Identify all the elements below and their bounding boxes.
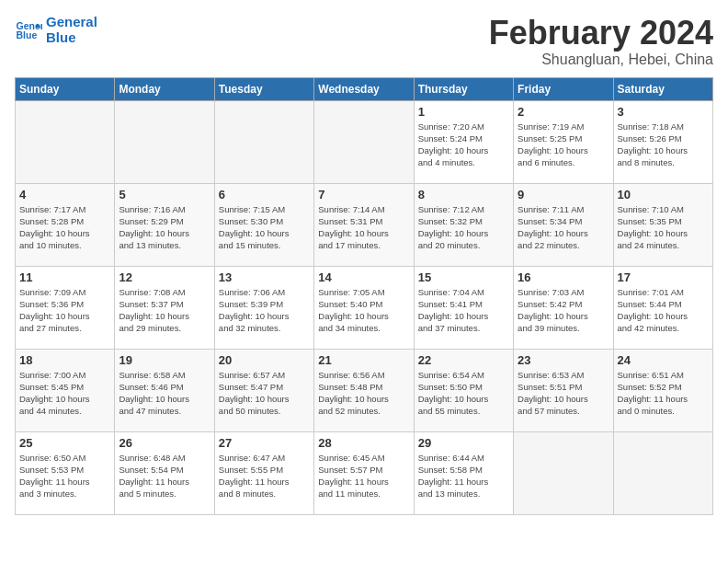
calendar-cell: 14Sunrise: 7:05 AM Sunset: 5:40 PM Dayli… (314, 266, 414, 349)
day-header-thursday: Thursday (414, 77, 513, 100)
calendar-cell: 13Sunrise: 7:06 AM Sunset: 5:39 PM Dayli… (214, 266, 313, 349)
day-info: Sunrise: 7:01 AM Sunset: 5:44 PM Dayligh… (618, 286, 709, 335)
day-info: Sunrise: 6:58 AM Sunset: 5:46 PM Dayligh… (119, 369, 210, 418)
day-number: 8 (418, 188, 509, 201)
day-number: 2 (518, 105, 609, 119)
day-info: Sunrise: 7:11 AM Sunset: 5:34 PM Dayligh… (518, 203, 609, 252)
day-number: 9 (518, 188, 609, 201)
day-number: 1 (418, 105, 509, 119)
week-row-4: 18Sunrise: 7:00 AM Sunset: 5:45 PM Dayli… (16, 349, 713, 431)
calendar-cell (214, 100, 313, 183)
day-info: Sunrise: 7:05 AM Sunset: 5:40 PM Dayligh… (318, 286, 409, 335)
day-number: 7 (318, 188, 409, 201)
page-header: General Blue General Blue February 2024 … (15, 15, 713, 68)
calendar-cell (314, 100, 414, 183)
calendar-cell: 7Sunrise: 7:14 AM Sunset: 5:31 PM Daylig… (314, 183, 414, 266)
calendar-cell: 11Sunrise: 7:09 AM Sunset: 5:36 PM Dayli… (16, 266, 115, 349)
calendar-cell: 3Sunrise: 7:18 AM Sunset: 5:26 PM Daylig… (613, 100, 712, 183)
day-info: Sunrise: 7:17 AM Sunset: 5:28 PM Dayligh… (19, 203, 110, 252)
calendar-cell: 17Sunrise: 7:01 AM Sunset: 5:44 PM Dayli… (613, 266, 712, 349)
logo: General Blue General Blue (15, 15, 97, 45)
day-number: 20 (219, 353, 310, 367)
day-number: 25 (19, 436, 110, 450)
calendar-cell: 27Sunrise: 6:47 AM Sunset: 5:55 PM Dayli… (214, 431, 313, 514)
day-header-tuesday: Tuesday (214, 77, 313, 100)
day-info: Sunrise: 7:19 AM Sunset: 5:25 PM Dayligh… (518, 121, 609, 169)
day-number: 22 (418, 353, 509, 367)
day-info: Sunrise: 7:16 AM Sunset: 5:29 PM Dayligh… (119, 203, 210, 252)
day-info: Sunrise: 7:15 AM Sunset: 5:30 PM Dayligh… (219, 203, 310, 252)
calendar-cell: 1Sunrise: 7:20 AM Sunset: 5:24 PM Daylig… (414, 100, 513, 183)
day-number: 29 (418, 436, 509, 450)
calendar-cell: 18Sunrise: 7:00 AM Sunset: 5:45 PM Dayli… (16, 349, 115, 431)
day-number: 18 (19, 353, 110, 367)
day-info: Sunrise: 7:14 AM Sunset: 5:31 PM Dayligh… (318, 203, 409, 252)
calendar-cell: 20Sunrise: 6:57 AM Sunset: 5:47 PM Dayli… (214, 349, 313, 431)
calendar-table: SundayMondayTuesdayWednesdayThursdayFrid… (15, 77, 713, 515)
week-row-2: 4Sunrise: 7:17 AM Sunset: 5:28 PM Daylig… (16, 183, 713, 266)
day-info: Sunrise: 6:50 AM Sunset: 5:53 PM Dayligh… (19, 452, 110, 500)
calendar-cell: 6Sunrise: 7:15 AM Sunset: 5:30 PM Daylig… (214, 183, 313, 266)
day-number: 17 (618, 270, 709, 284)
month-title: February 2024 (489, 15, 713, 52)
day-info: Sunrise: 6:54 AM Sunset: 5:50 PM Dayligh… (418, 369, 509, 418)
calendar-cell: 4Sunrise: 7:17 AM Sunset: 5:28 PM Daylig… (16, 183, 115, 266)
logo-icon: General Blue (15, 17, 42, 44)
day-info: Sunrise: 6:48 AM Sunset: 5:54 PM Dayligh… (119, 452, 210, 500)
calendar-cell: 12Sunrise: 7:08 AM Sunset: 5:37 PM Dayli… (115, 266, 214, 349)
day-number: 13 (219, 270, 310, 284)
calendar-cell: 8Sunrise: 7:12 AM Sunset: 5:32 PM Daylig… (414, 183, 513, 266)
calendar-cell: 9Sunrise: 7:11 AM Sunset: 5:34 PM Daylig… (514, 183, 613, 266)
day-header-friday: Friday (514, 77, 613, 100)
day-number: 26 (119, 436, 210, 450)
day-info: Sunrise: 7:04 AM Sunset: 5:41 PM Dayligh… (418, 286, 509, 335)
day-number: 5 (119, 188, 210, 201)
day-info: Sunrise: 7:12 AM Sunset: 5:32 PM Dayligh… (418, 203, 509, 252)
calendar-cell: 26Sunrise: 6:48 AM Sunset: 5:54 PM Dayli… (115, 431, 214, 514)
day-info: Sunrise: 7:03 AM Sunset: 5:42 PM Dayligh… (518, 286, 609, 335)
day-info: Sunrise: 6:53 AM Sunset: 5:51 PM Dayligh… (518, 369, 609, 418)
day-number: 24 (618, 353, 709, 367)
calendar-cell: 19Sunrise: 6:58 AM Sunset: 5:46 PM Dayli… (115, 349, 214, 431)
calendar-cell (115, 100, 214, 183)
calendar-cell: 24Sunrise: 6:51 AM Sunset: 5:52 PM Dayli… (613, 349, 712, 431)
week-row-5: 25Sunrise: 6:50 AM Sunset: 5:53 PM Dayli… (16, 431, 713, 514)
calendar-cell: 21Sunrise: 6:56 AM Sunset: 5:48 PM Dayli… (314, 349, 414, 431)
day-number: 4 (19, 188, 110, 201)
calendar-cell: 25Sunrise: 6:50 AM Sunset: 5:53 PM Dayli… (16, 431, 115, 514)
day-info: Sunrise: 7:00 AM Sunset: 5:45 PM Dayligh… (19, 369, 110, 418)
logo-blue: Blue (46, 30, 97, 46)
day-info: Sunrise: 6:57 AM Sunset: 5:47 PM Dayligh… (219, 369, 310, 418)
calendar-cell: 2Sunrise: 7:19 AM Sunset: 5:25 PM Daylig… (514, 100, 613, 183)
calendar-cell: 29Sunrise: 6:44 AM Sunset: 5:58 PM Dayli… (414, 431, 513, 514)
day-number: 21 (318, 353, 409, 367)
day-header-sunday: Sunday (16, 77, 115, 100)
day-info: Sunrise: 7:20 AM Sunset: 5:24 PM Dayligh… (418, 121, 509, 169)
day-info: Sunrise: 7:09 AM Sunset: 5:36 PM Dayligh… (19, 286, 110, 335)
day-number: 14 (318, 270, 409, 284)
day-number: 23 (518, 353, 609, 367)
calendar-cell: 5Sunrise: 7:16 AM Sunset: 5:29 PM Daylig… (115, 183, 214, 266)
svg-text:Blue: Blue (17, 29, 38, 40)
logo-general: General (46, 15, 97, 30)
day-header-monday: Monday (115, 77, 214, 100)
day-number: 10 (618, 188, 709, 201)
calendar-cell: 22Sunrise: 6:54 AM Sunset: 5:50 PM Dayli… (414, 349, 513, 431)
day-number: 15 (418, 270, 509, 284)
calendar-cell (16, 100, 115, 183)
day-number: 11 (19, 270, 110, 284)
day-header-saturday: Saturday (613, 77, 712, 100)
header-row: SundayMondayTuesdayWednesdayThursdayFrid… (16, 77, 713, 100)
day-info: Sunrise: 6:56 AM Sunset: 5:48 PM Dayligh… (318, 369, 409, 418)
week-row-1: 1Sunrise: 7:20 AM Sunset: 5:24 PM Daylig… (16, 100, 713, 183)
day-number: 12 (119, 270, 210, 284)
day-info: Sunrise: 7:18 AM Sunset: 5:26 PM Dayligh… (618, 121, 709, 169)
day-info: Sunrise: 6:45 AM Sunset: 5:57 PM Dayligh… (318, 452, 409, 500)
day-number: 19 (119, 353, 210, 367)
day-info: Sunrise: 6:51 AM Sunset: 5:52 PM Dayligh… (618, 369, 709, 418)
location-subtitle: Shuangluan, Hebei, China (489, 52, 713, 68)
day-info: Sunrise: 6:44 AM Sunset: 5:58 PM Dayligh… (418, 452, 509, 500)
day-number: 3 (618, 105, 709, 119)
day-info: Sunrise: 7:08 AM Sunset: 5:37 PM Dayligh… (119, 286, 210, 335)
day-number: 28 (318, 436, 409, 450)
